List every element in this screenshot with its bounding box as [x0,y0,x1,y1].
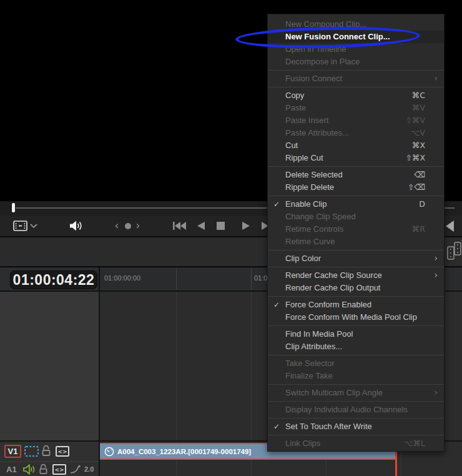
menu-item-take-selector[interactable]: Take Selector [268,357,444,370]
menu-item-label: Link Clips [285,439,320,448]
menu-item-ripple-cut[interactable]: Ripple Cut⇧⌘X [268,152,444,164]
menu-item-change-clip-speed[interactable]: Change Clip Speed [268,211,444,223]
a1-lock-icon[interactable] [39,464,48,476]
davinci-resolve-window: ‹ › [0,0,462,476]
menu-item-label: Switch Multicam Clip Angle [285,388,383,397]
menu-item-label: Open in Timeline [285,44,346,54]
menu-item-label: Paste [285,103,306,112]
menu-item-label: Force Conform Enabled [285,300,371,309]
menu-item-label: New Compound Clip... [285,19,366,29]
stacked-timelines-icon[interactable] [447,241,462,264]
menu-item-label: Display Individual Audio Channels [285,405,408,414]
menu-item-retime-curve[interactable]: Retime Curve [268,236,444,248]
menu-item-finalize-take[interactable]: Finalize Take [268,370,444,382]
a1-fade-curve-icon[interactable] [70,465,82,476]
menu-separator [268,435,444,435]
menu-item-label: Copy [285,91,304,100]
menu-item-new-fusion-connect-clip[interactable]: New Fusion Connect Clip... [268,31,444,43]
menu-item-label: Find In Media Pool [285,329,353,339]
chevron-down-icon[interactable] [29,216,38,236]
a1-auto-select-icon[interactable]: <> [52,464,66,475]
menu-item-render-cache-clip-source[interactable]: Render Cache Clip Source› [268,269,444,282]
menu-item-label: Clip Attributes... [285,342,342,351]
ruler-label-0: 01:00:00:00 [104,274,140,282]
checkmark-icon: ✓ [273,420,280,433]
menu-item-label: Paste Insert [285,116,328,125]
menu-item-paste-attributes[interactable]: Paste Attributes...⌥V [268,127,444,139]
menu-separator [268,166,444,167]
context-menu: New Compound Clip...New Fusion Connect C… [267,14,445,452]
a1-gain-value[interactable]: 2.0 [84,464,94,475]
menu-separator [268,355,444,355]
viewer-mode-icon[interactable] [12,216,27,236]
menu-item-label: Decompose in Place [285,57,360,66]
menu-item-shortcut: ⇧⌘X [405,152,425,164]
menu-item-label: Ripple Delete [285,182,334,192]
menu-item-render-cache-clip-output[interactable]: Render Cache Clip Output [268,282,444,294]
clip-speed-gauge-icon [104,447,114,457]
menu-item-label: Change Clip Speed [285,212,356,221]
menu-item-delete-selected[interactable]: Delete Selected⌫ [268,169,444,181]
menu-separator [268,87,444,87]
menu-item-set-to-touch-after-write[interactable]: ✓Set To Touch After Write [268,420,444,433]
menu-item-shortcut: D [419,198,425,211]
menu-item-switch-multicam-clip-angle[interactable]: Switch Multicam Clip Angle› [268,387,444,399]
timecode-display[interactable]: 01:00:04:22 [10,270,97,289]
menu-item-find-in-media-pool[interactable]: Find In Media Pool [268,328,444,340]
jog-prev-icon[interactable]: ‹ [113,216,120,236]
v1-lock-icon[interactable] [41,445,51,459]
menu-item-force-conform-enabled[interactable]: ✓Force Conform Enabled [268,299,444,311]
menu-separator [268,418,444,419]
play-reverse-icon[interactable] [197,216,205,236]
play-icon[interactable] [242,216,250,236]
checkmark-icon: ✓ [273,198,280,211]
menu-item-ripple-delete[interactable]: Ripple Delete⇧⌫ [268,181,444,194]
menu-item-display-individual-audio-channels[interactable]: Display Individual Audio Channels [268,404,444,416]
go-to-start-icon[interactable] [172,216,187,236]
menu-item-label: New Fusion Connect Clip... [285,32,390,41]
menu-separator [268,384,444,385]
menu-item-label: Delete Selected [285,170,343,179]
menu-item-shortcut: ⌫ [414,169,425,181]
menu-item-label: Paste Attributes... [285,128,349,137]
submenu-arrow-icon: › [434,252,438,264]
menu-item-fusion-connect[interactable]: Fusion Connect› [268,72,444,85]
menu-item-shortcut: ⌘R [412,223,425,236]
menu-item-shortcut: ⌘C [412,89,425,102]
menu-item-cut[interactable]: Cut⌘X [268,139,444,152]
menu-item-copy[interactable]: Copy⌘C [268,89,444,102]
timecode-cell: 01:00:04:22 [0,267,100,290]
v1-auto-select-icon[interactable]: <> [56,446,69,457]
menu-item-clip-color[interactable]: Clip Color› [268,252,444,265]
a1-destination-button[interactable]: A1 [6,464,17,475]
submenu-arrow-icon: › [434,72,438,84]
menu-item-shortcut: ⇧⌫ [408,181,425,194]
menu-item-label: Clip Color [285,254,321,263]
menu-item-paste[interactable]: Paste⌘V [268,102,444,114]
menu-separator [268,325,444,326]
menu-item-shortcut: ⌘V [412,102,425,114]
stop-icon[interactable] [216,216,225,236]
menu-item-open-in-timeline[interactable]: Open in Timeline [268,43,444,56]
jog-dot-icon[interactable] [124,216,132,236]
menu-item-enable-clip[interactable]: ✓Enable ClipD [268,198,444,211]
ruler-label-1: 01:0 [254,274,267,282]
a1-mute-speaker-icon[interactable] [23,464,36,476]
menu-separator [268,267,444,267]
menu-item-clip-attributes[interactable]: Clip Attributes... [268,340,444,353]
jog-next-icon[interactable]: › [134,216,142,236]
audio-speaker-icon[interactable] [69,216,84,236]
scrubber-playhead-handle[interactable] [12,203,15,212]
menu-item-paste-insert[interactable]: Paste Insert⇧⌘V [268,114,444,127]
v1-enable-track-icon[interactable] [24,446,39,459]
menu-item-force-conform-with-media-pool-clip[interactable]: Force Conform With Media Pool Clip [268,311,444,324]
menu-item-new-compound-clip[interactable]: New Compound Clip... [268,18,444,31]
reverse-icon-right[interactable] [445,216,455,236]
track-header-v1: V1 <> [0,442,100,461]
menu-item-label: Set To Touch After Write [285,422,372,431]
menu-item-label: Render Cache Clip Source [285,270,382,280]
menu-item-link-clips[interactable]: Link Clips⌥⌘L [268,437,444,450]
v1-destination-button[interactable]: V1 [4,445,21,458]
menu-item-retime-controls[interactable]: Retime Controls⌘R [268,223,444,236]
menu-item-decompose-in-place[interactable]: Decompose in Place [268,56,444,68]
